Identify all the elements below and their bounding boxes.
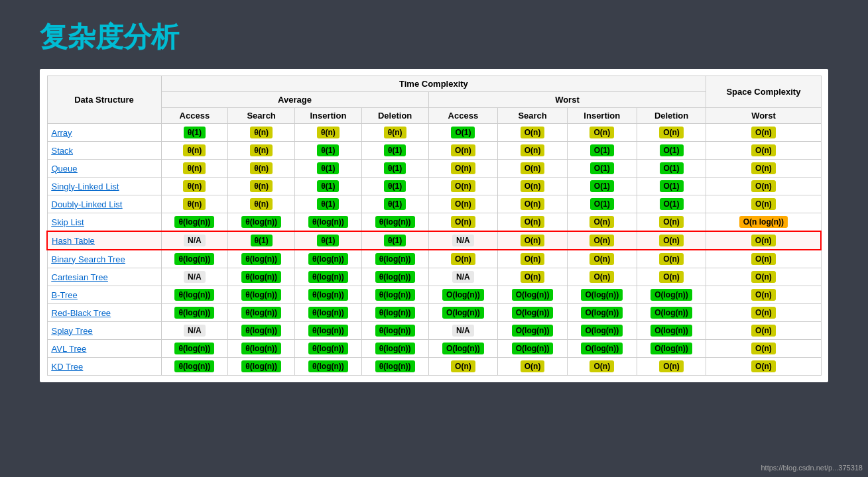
avg-cell: θ(log(n)) [361,340,428,358]
col-space-worst: Worst [706,108,821,124]
avg-cell: θ(n) [228,142,295,160]
avg-cell: θ(log(n)) [228,286,295,304]
avg-cell: θ(log(n)) [228,358,295,376]
ds-name-binary-search-tree[interactable]: Binary Search Tree [47,250,161,268]
avg-cell: θ(log(n)) [161,286,228,304]
ds-name-splay-tree[interactable]: Splay Tree [47,322,161,340]
worst-cell: O(n) [637,268,706,286]
avg-cell: θ(log(n)) [295,250,362,268]
ds-name-red-black-tree[interactable]: Red-Black Tree [47,304,161,322]
worst-cell: O(n) [567,124,637,142]
worst-cell: O(n) [567,268,637,286]
worst-cell: O(n) [498,160,568,178]
op-header-access: Access [161,108,228,124]
space-cell: O(n) [706,142,821,160]
avg-cell: θ(log(n)) [361,213,428,232]
ds-name-singly-linked-list[interactable]: Singly-Linked List [47,178,161,195]
avg-cell: θ(n) [228,195,295,213]
worst-cell: O(log(n)) [637,304,706,322]
ds-name-cartesian-tree[interactable]: Cartesian Tree [47,268,161,286]
ds-name-b-tree[interactable]: B-Tree [47,286,161,304]
avg-cell: θ(log(n)) [361,304,428,322]
avg-cell: θ(log(n)) [295,304,362,322]
worst-cell: O(1) [567,142,637,160]
op-header-deletion: Deletion [361,108,428,124]
avg-cell: θ(n) [161,160,228,178]
space-cell: O(n) [706,160,821,178]
worst-cell: O(n) [428,178,498,195]
col-time-header: Time Complexity [161,76,706,92]
space-cell: O(n) [706,358,821,376]
op-header-worst-access: Access [428,108,498,124]
avg-cell: θ(log(n)) [295,286,362,304]
ds-name-hash-table[interactable]: Hash Table [47,231,161,250]
page-title: 复杂度分析 [0,0,868,69]
sub-worst-time-header: Worst [428,92,706,108]
worst-cell: O(n) [428,160,498,178]
table-row: Stackθ(n)θ(n)θ(1)θ(1)O(n)O(n)O(1)O(1)O(n… [47,142,821,160]
worst-cell: O(1) [637,142,706,160]
avg-cell: θ(1) [295,231,362,250]
table-container: Data Structure Time Complexity Space Com… [40,69,828,382]
avg-cell: θ(log(n)) [228,268,295,286]
avg-cell: θ(n) [228,160,295,178]
space-cell: O(n) [706,195,821,213]
avg-cell: θ(1) [361,231,428,250]
avg-cell: θ(log(n)) [295,358,362,376]
avg-cell: θ(1) [361,160,428,178]
worst-cell: O(log(n)) [498,304,568,322]
space-cell: O(n) [706,304,821,322]
worst-cell: O(n) [498,213,568,232]
avg-cell: θ(1) [361,195,428,213]
worst-cell: O(log(n)) [498,286,568,304]
worst-cell: O(n) [498,250,568,268]
avg-cell: θ(log(n)) [361,268,428,286]
worst-cell: O(log(n)) [567,304,637,322]
table-row: KD Treeθ(log(n))θ(log(n))θ(log(n))θ(log(… [47,358,821,376]
table-row: Singly-Linked Listθ(n)θ(n)θ(1)θ(1)O(n)O(… [47,178,821,195]
worst-cell: N/A [428,322,498,340]
avg-cell: θ(log(n)) [228,322,295,340]
worst-cell: N/A [428,231,498,250]
worst-cell: O(1) [428,124,498,142]
worst-cell: O(n) [637,213,706,232]
avg-cell: θ(n) [295,124,362,142]
ds-name-stack[interactable]: Stack [47,142,161,160]
table-row: B-Treeθ(log(n))θ(log(n))θ(log(n))θ(log(n… [47,286,821,304]
table-row: Cartesian TreeN/Aθ(log(n))θ(log(n))θ(log… [47,268,821,286]
worst-cell: O(n) [428,250,498,268]
avg-cell: θ(n) [228,178,295,195]
space-cell: O(n) [706,322,821,340]
worst-cell: O(log(n)) [637,340,706,358]
avg-cell: θ(log(n)) [295,268,362,286]
worst-cell: O(log(n)) [428,286,498,304]
ds-name-doubly-linked-list[interactable]: Doubly-Linked List [47,195,161,213]
worst-cell: O(log(n)) [567,322,637,340]
ds-name-queue[interactable]: Queue [47,160,161,178]
worst-cell: O(n) [637,231,706,250]
worst-cell: O(n) [428,195,498,213]
space-cell: O(n) [706,250,821,268]
col-space-header: Space Complexity [706,76,821,108]
op-header-worst-deletion: Deletion [637,108,706,124]
avg-cell: θ(n) [161,142,228,160]
avg-cell: θ(log(n)) [161,213,228,232]
avg-cell: θ(1) [161,124,228,142]
worst-cell: O(n) [498,178,568,195]
space-cell: O(n log(n)) [706,213,821,232]
space-cell: O(n) [706,178,821,195]
ds-name-kd-tree[interactable]: KD Tree [47,358,161,376]
worst-cell: O(n) [637,358,706,376]
ds-name-avl-tree[interactable]: AVL Tree [47,340,161,358]
avg-cell: θ(n) [161,178,228,195]
table-row: Arrayθ(1)θ(n)θ(n)θ(n)O(1)O(n)O(n)O(n)O(n… [47,124,821,142]
ds-name-array[interactable]: Array [47,124,161,142]
worst-cell: O(n) [498,358,568,376]
avg-cell: θ(log(n)) [228,213,295,232]
avg-cell: θ(log(n)) [361,322,428,340]
avg-cell: θ(1) [295,160,362,178]
ds-name-skip-list[interactable]: Skip List [47,213,161,232]
space-cell: O(n) [706,286,821,304]
avg-cell: θ(log(n)) [228,340,295,358]
worst-cell: O(n) [428,213,498,232]
